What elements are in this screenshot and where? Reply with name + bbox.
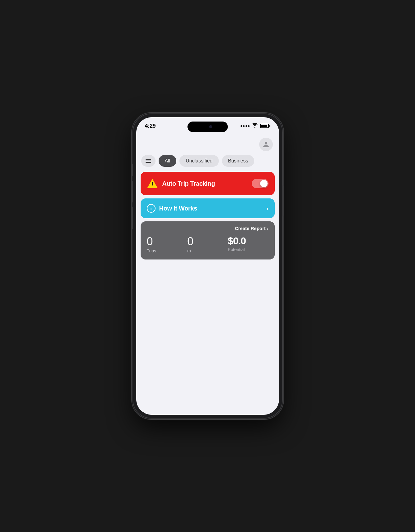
stat-distance-label: m	[187, 248, 191, 253]
power-button[interactable]	[282, 185, 284, 216]
menu-tab[interactable]	[141, 155, 156, 167]
wifi-icon	[252, 123, 258, 129]
toggle-knob	[260, 180, 268, 187]
stat-distance-value: 0	[187, 236, 193, 247]
status-time: 4:29	[145, 123, 156, 129]
tracking-toggle[interactable]	[252, 179, 268, 188]
status-icons	[241, 123, 270, 129]
tracking-card[interactable]: ! Auto Trip Tracking	[141, 172, 275, 195]
menu-line-2	[146, 161, 151, 161]
profile-section	[136, 138, 279, 155]
phone-screen: 4:29	[136, 117, 279, 415]
menu-icon	[146, 159, 151, 163]
stats-row: 0 Trips 0 m $0.0 Potential	[147, 236, 268, 253]
chevron-right-icon: ›	[266, 205, 268, 212]
battery-body	[260, 124, 269, 128]
how-it-works-left: i How It Works	[147, 204, 197, 213]
stats-header: Create Report ›	[147, 226, 268, 231]
tab-unclassified[interactable]: Unclassified	[179, 155, 219, 167]
create-report-chevron-icon: ›	[267, 226, 268, 231]
camera-dot	[209, 125, 212, 128]
app-content: All Unclassified Business	[136, 135, 279, 415]
tab-business[interactable]: Business	[222, 155, 255, 167]
create-report-label: Create Report	[235, 226, 266, 231]
signal-icon	[241, 125, 250, 127]
how-it-works-card[interactable]: i How It Works ›	[141, 198, 275, 218]
info-icon: i	[147, 204, 156, 213]
battery-fill	[261, 125, 267, 127]
signal-dot-4	[248, 125, 250, 127]
svg-text:!: !	[151, 181, 153, 188]
stat-potential-value: $0.0	[228, 236, 246, 246]
stat-trips-label: Trips	[147, 248, 156, 253]
mute-button[interactable]	[132, 164, 133, 176]
stat-trips: 0 Trips	[147, 236, 187, 253]
person-icon	[263, 141, 269, 148]
menu-line-3	[146, 162, 151, 163]
filter-tabs: All Unclassified Business	[136, 155, 279, 172]
stat-potential-label: Potential	[228, 247, 245, 252]
stats-card: Create Report › 0 Trips 0 m	[141, 221, 275, 259]
battery-tip	[269, 125, 270, 127]
stat-potential: $0.0 Potential	[228, 236, 268, 252]
dynamic-island	[187, 122, 228, 132]
warning-icon: !	[147, 178, 158, 189]
signal-dot-1	[241, 125, 242, 127]
signal-dot-3	[246, 125, 247, 127]
tab-all-label: All	[165, 158, 170, 163]
signal-dot-2	[243, 125, 245, 127]
volume-down-button[interactable]	[132, 207, 133, 229]
create-report-button[interactable]: Create Report ›	[235, 226, 268, 231]
tracking-label: Auto Trip Tracking	[162, 180, 215, 187]
stat-distance: 0 m	[187, 236, 228, 253]
menu-line-1	[146, 159, 151, 160]
how-it-works-label: How It Works	[159, 205, 197, 212]
stat-trips-value: 0	[147, 236, 153, 247]
tab-unclassified-label: Unclassified	[186, 158, 212, 163]
volume-up-button[interactable]	[132, 181, 133, 202]
phone-frame: 4:29	[133, 114, 282, 418]
tracking-card-left: ! Auto Trip Tracking	[147, 178, 215, 189]
battery-icon	[260, 124, 270, 128]
tab-business-label: Business	[228, 158, 248, 163]
cards-area: ! Auto Trip Tracking i How It Works	[136, 172, 279, 259]
profile-button[interactable]	[259, 138, 273, 151]
info-letter: i	[150, 206, 151, 211]
tab-all[interactable]: All	[159, 155, 177, 167]
